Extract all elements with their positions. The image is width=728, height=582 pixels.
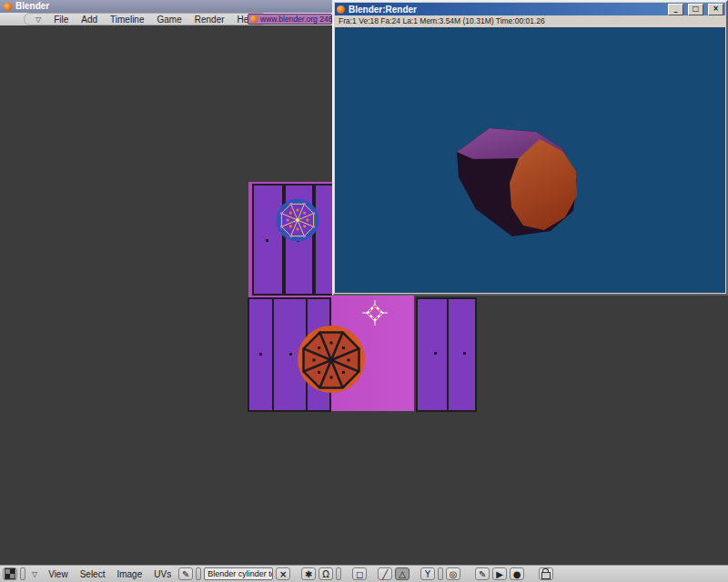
image-pin-button[interactable]: ✎ [178, 567, 193, 580]
falloff-button[interactable]: △ [395, 567, 410, 580]
pack-icon: ✱ [305, 569, 312, 579]
editor-type-dropdown[interactable] [20, 567, 25, 580]
select-mode-button[interactable]: ◻ [352, 567, 367, 580]
pivot-icon: Ω [322, 569, 329, 579]
blender-logo-icon [250, 15, 258, 23]
menu-uvs[interactable]: UVs [154, 569, 171, 579]
unlink-image-button[interactable]: × [276, 567, 290, 580]
menu-game[interactable]: Game [157, 15, 182, 25]
dot-icon: ● [513, 569, 521, 579]
close-icon: × [279, 569, 287, 579]
swirl-button[interactable]: ◎ [446, 567, 460, 580]
render-result-view [335, 28, 725, 293]
render-window: Blender:Render _ □ × Fra:1 Ve:18 Fa:24 L… [332, 0, 728, 296]
maximize-button[interactable]: □ [688, 4, 703, 15]
uv-editor-header: ▽ View Select Image UVs ✎ Blender cylind… [0, 565, 728, 582]
pack-image-button[interactable]: ✱ [301, 567, 316, 580]
brush-button[interactable]: ✎ [475, 567, 490, 580]
snap-icon: Y [425, 569, 430, 579]
lock-button[interactable] [539, 567, 553, 580]
menu-file[interactable]: File [54, 15, 68, 25]
square-icon: ◻ [356, 569, 363, 579]
blender-application: Blender ▽ File Add Timeline Game Render … [0, 0, 728, 582]
render-stats-bar: Fra:1 Ve:18 Fa:24 La:1 Mem:3.54M (10.31M… [335, 15, 725, 28]
swirl-icon: ◎ [450, 569, 458, 579]
image-browse-button[interactable] [196, 567, 201, 580]
menu-add[interactable]: Add [81, 15, 97, 25]
lock-icon [541, 572, 551, 579]
pin-icon: ✎ [182, 569, 189, 579]
close-button[interactable]: × [708, 4, 723, 15]
marker-button[interactable]: ▶ [492, 567, 507, 580]
snap-button[interactable]: Y [420, 567, 435, 580]
snap-dropdown[interactable] [438, 567, 443, 580]
menu-timeline[interactable]: Timeline [110, 15, 144, 25]
pivot-dropdown[interactable] [336, 567, 341, 580]
main-window-title: Blender [15, 0, 49, 13]
pencil-button[interactable]: ╱ [378, 567, 392, 580]
rendered-cylinder [335, 28, 725, 293]
dot-button[interactable]: ● [510, 567, 524, 580]
pivot-button[interactable]: Ω [318, 567, 333, 580]
uv-image-editor-icon [5, 568, 15, 579]
triangle-icon: △ [399, 569, 406, 579]
menu-view[interactable]: View [48, 569, 68, 579]
blender-logo-icon [4, 3, 12, 11]
editor-type-button[interactable] [3, 567, 17, 580]
play-marker-icon: ▶ [496, 569, 503, 579]
version-badge: www.blender.org 246 [248, 14, 332, 25]
menu-render[interactable]: Render [195, 15, 225, 25]
menu-select[interactable]: Select [80, 569, 106, 579]
render-window-title: Blender:Render [349, 5, 663, 15]
uv-cap-fan-unselected[interactable] [304, 333, 359, 388]
menu-image[interactable]: Image [116, 569, 142, 579]
pencil-icon: ╱ [382, 569, 388, 579]
brush-icon: ✎ [479, 569, 486, 579]
minimize-button[interactable]: _ [668, 4, 683, 15]
menu-pill: ▽ File Add Timeline Game Render Help [24, 13, 268, 25]
blender-logo-icon [337, 5, 345, 14]
image-name-field[interactable]: Blender cylinder text [204, 567, 273, 580]
version-badge-label: www.blender.org 246 [260, 15, 332, 24]
render-window-titlebar[interactable]: Blender:Render _ □ × [335, 3, 725, 15]
collapse-menu-icon[interactable]: ▽ [32, 570, 37, 578]
collapse-menu-icon[interactable]: ▽ [35, 15, 41, 24]
